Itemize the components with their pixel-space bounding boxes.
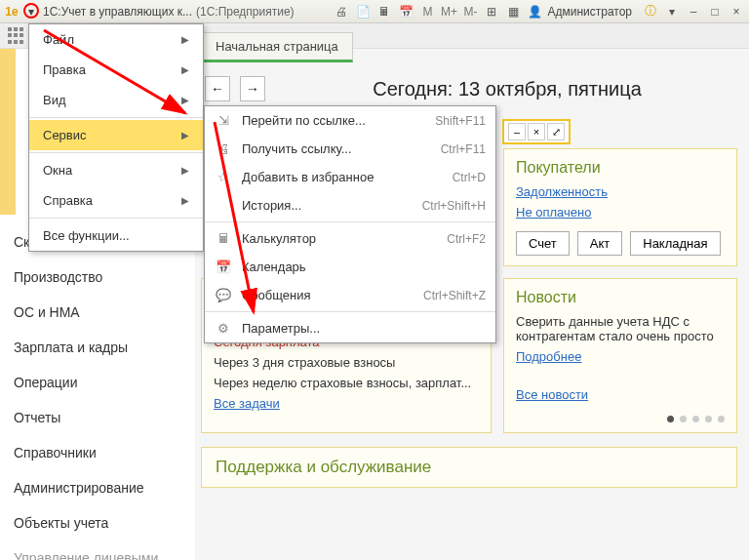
- sidebar-item[interactable]: Объекты учета: [0, 505, 195, 540]
- maximize-icon[interactable]: □: [706, 5, 724, 19]
- window-title: 1С:Учет в управляющих к...: [43, 5, 192, 19]
- sidebar-item[interactable]: Операции: [0, 365, 195, 400]
- main-menu-item[interactable]: Файл▶: [29, 24, 203, 55]
- main-menu: Файл▶Правка▶Вид▶Сервис▶Окна▶Справка▶ Все…: [28, 23, 204, 252]
- calc-icon[interactable]: 🖩: [375, 5, 393, 19]
- news-text: Сверить данные учета НДС с контрагентам …: [516, 314, 725, 343]
- app-1c-icon: 1e: [4, 4, 20, 20]
- buyers-card: Покупатели Задолженность Не оплачено Сче…: [503, 148, 737, 266]
- service-menu-item[interactable]: История...Ctrl+Shift+H: [205, 191, 495, 220]
- menu-item-icon: ⇲: [215, 113, 232, 128]
- main-menu-item[interactable]: Сервис▶: [29, 120, 203, 150]
- m-plus-icon[interactable]: M+: [440, 5, 457, 19]
- sidebar-item[interactable]: Производство: [0, 260, 195, 295]
- service-submenu: ⇲Перейти по ссылке...Shift+F11🖨Получить …: [204, 105, 496, 343]
- calendar-icon[interactable]: 📅: [397, 5, 414, 19]
- news-all-link[interactable]: Все новости: [516, 387, 588, 402]
- main-menu-item[interactable]: Окна▶: [29, 155, 203, 185]
- info-icon[interactable]: ⓘ: [642, 3, 659, 20]
- quick-actions-box: – × ⤢: [502, 119, 571, 144]
- today-heading: Сегодня: 13 октября, пятница: [275, 78, 739, 100]
- doc-icon[interactable]: 📄: [354, 5, 372, 19]
- main-menu-item[interactable]: Вид▶: [29, 85, 203, 115]
- sidebar-item[interactable]: Справочники: [0, 435, 195, 470]
- minimize-icon[interactable]: –: [685, 5, 702, 19]
- news-card: Новости Сверить данные учета НДС с контр…: [503, 278, 737, 433]
- tab-home[interactable]: Начальная страница: [201, 32, 353, 62]
- title-bar: 1e ▾ 1С:Учет в управляющих к... (1С:Пред…: [0, 0, 749, 23]
- table-icon[interactable]: ▦: [504, 5, 522, 19]
- main-menu-item[interactable]: Справка▶: [29, 185, 203, 216]
- quick-close-icon[interactable]: ×: [528, 123, 545, 140]
- dropdown2-icon[interactable]: ▾: [663, 5, 681, 19]
- window-subtitle: (1С:Предприятие): [196, 5, 295, 19]
- buyers-unpaid-link[interactable]: Не оплачено: [516, 205, 725, 220]
- support-heading: Поддержка и обслуживание: [201, 447, 737, 488]
- main-menu-item[interactable]: Правка▶: [29, 55, 203, 85]
- invoice-button[interactable]: Счет: [516, 231, 570, 256]
- sidebar-item[interactable]: Администрирование: [0, 470, 195, 505]
- tasks-in3: Через 3 дня страховые взносы: [214, 355, 479, 370]
- service-menu-item[interactable]: 🖨Получить ссылку...Ctrl+F11: [205, 135, 495, 163]
- box-plus-icon[interactable]: ⊞: [483, 5, 500, 19]
- quick-dash-icon[interactable]: –: [508, 123, 526, 140]
- menu-item-icon: 🖨: [215, 141, 232, 156]
- tasks-week: Через неделю страховые взносы, зарплат..…: [214, 376, 479, 390]
- menu-item-icon: 💬: [215, 288, 232, 302]
- user-name: Администратор: [547, 5, 632, 19]
- waybill-button[interactable]: Накладная: [630, 231, 720, 256]
- nav-back-button[interactable]: ←: [205, 76, 230, 101]
- service-menu-item[interactable]: ⇲Перейти по ссылке...Shift+F11: [205, 106, 495, 135]
- buyers-heading: Покупатели: [516, 159, 725, 177]
- sidebar-item[interactable]: Отчеты: [0, 400, 195, 435]
- news-more-link[interactable]: Подробнее: [516, 349, 725, 364]
- close-icon[interactable]: ×: [728, 5, 745, 19]
- print-icon[interactable]: 🖨: [333, 5, 350, 19]
- sidebar-yellow-tab: [0, 49, 16, 215]
- service-menu-item[interactable]: 📅Календарь: [205, 253, 495, 281]
- m-icon[interactable]: M: [418, 5, 436, 19]
- menu-item-icon: 🖩: [215, 231, 232, 246]
- buyers-debt-link[interactable]: Задолженность: [516, 184, 725, 199]
- menu-all-functions[interactable]: Все функции...: [29, 220, 203, 251]
- sidebar-item[interactable]: Управление лицевыми: [0, 540, 195, 560]
- user-icon: 👤: [526, 5, 543, 19]
- service-menu-item[interactable]: ⚙Параметры...: [205, 314, 495, 342]
- service-menu-item[interactable]: 💬СообщенияCtrl+Shift+Z: [205, 281, 495, 309]
- sidebar-item[interactable]: ОС и НМА: [0, 295, 195, 330]
- news-pager[interactable]: [516, 416, 725, 422]
- highlight-circle: [23, 3, 39, 19]
- news-heading: Новости: [516, 289, 725, 306]
- quick-expand-icon[interactable]: ⤢: [547, 123, 565, 140]
- menu-item-icon: ☆: [215, 170, 232, 184]
- service-menu-item[interactable]: 🖩КалькуляторCtrl+F2: [205, 224, 495, 253]
- sidebar-item[interactable]: Зарплата и кадры: [0, 330, 195, 365]
- menu-item-icon: ⚙: [215, 321, 232, 336]
- tasks-all-link[interactable]: Все задачи: [214, 396, 479, 411]
- menu-item-icon: 📅: [215, 260, 232, 274]
- service-menu-item[interactable]: ☆Добавить в избранноеCtrl+D: [205, 163, 495, 191]
- nav-forward-button[interactable]: →: [240, 76, 265, 101]
- m-minus-icon[interactable]: M-: [461, 5, 479, 19]
- act-button[interactable]: Акт: [577, 231, 622, 256]
